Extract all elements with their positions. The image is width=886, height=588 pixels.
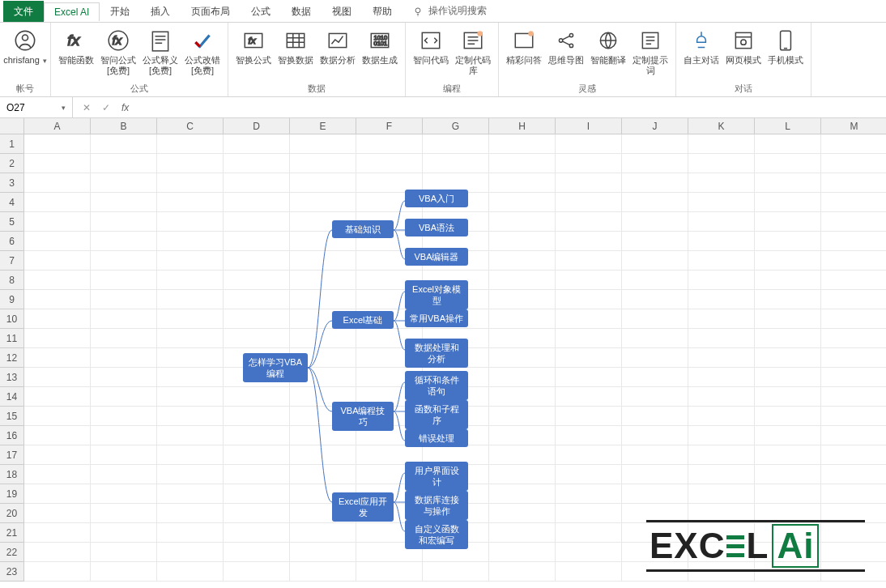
cell[interactable]	[24, 154, 91, 173]
cell[interactable]	[556, 212, 622, 232]
mindmap-node[interactable]: 常用VBA操作	[405, 309, 468, 327]
row-header-15[interactable]: 15	[0, 407, 24, 426]
cell[interactable]	[157, 543, 224, 562]
cell[interactable]	[489, 154, 556, 173]
cell[interactable]	[556, 309, 622, 329]
col-header-I[interactable]: I	[556, 118, 622, 134]
cell[interactable]	[556, 465, 622, 484]
ribbon-btn-网页模式[interactable]: 网页模式	[723, 26, 764, 67]
col-header-L[interactable]: L	[755, 118, 821, 134]
cell[interactable]	[821, 309, 886, 329]
cell[interactable]	[157, 348, 224, 368]
cell[interactable]	[556, 348, 622, 368]
mindmap-node[interactable]: Excel对象模型	[405, 280, 468, 309]
cell[interactable]	[821, 465, 886, 484]
cell[interactable]	[755, 212, 821, 232]
cell[interactable]	[821, 484, 886, 504]
row-header-12[interactable]: 12	[0, 348, 24, 368]
cell[interactable]	[489, 251, 556, 271]
cell[interactable]	[356, 562, 423, 582]
cell[interactable]	[821, 329, 886, 348]
cell[interactable]	[91, 368, 157, 387]
cell[interactable]	[688, 309, 755, 329]
cell[interactable]	[24, 232, 91, 251]
cell[interactable]	[556, 523, 622, 543]
row-header-6[interactable]: 6	[0, 232, 24, 251]
cell[interactable]	[489, 387, 556, 407]
cell[interactable]	[556, 368, 622, 387]
cell[interactable]	[157, 232, 224, 251]
cell[interactable]	[622, 309, 688, 329]
cell[interactable]	[688, 348, 755, 368]
cell[interactable]	[157, 271, 224, 290]
row-header-19[interactable]: 19	[0, 484, 24, 504]
tab-数据[interactable]: 数据	[281, 1, 322, 22]
cell[interactable]	[556, 387, 622, 407]
mindmap-diagram[interactable]: 怎样学习VBA编程VBA入门VBA语法VBA编辑器基础知识Excel对象模型常用…	[227, 183, 486, 539]
col-header-J[interactable]: J	[622, 118, 688, 134]
cell[interactable]	[688, 154, 755, 173]
row-header-11[interactable]: 11	[0, 329, 24, 348]
cell[interactable]	[821, 271, 886, 290]
name-box-dropdown-icon[interactable]: ▾	[62, 104, 66, 112]
cell[interactable]	[24, 523, 91, 543]
mindmap-node[interactable]: VBA入门	[405, 190, 468, 207]
row-header-14[interactable]: 14	[0, 387, 24, 407]
mindmap-node[interactable]: 函数和子程序	[405, 400, 468, 429]
row-header-4[interactable]: 4	[0, 193, 24, 212]
cell[interactable]	[622, 134, 688, 154]
cell[interactable]	[821, 348, 886, 368]
col-header-M[interactable]: M	[821, 118, 886, 134]
cell[interactable]	[224, 134, 290, 154]
cell[interactable]	[91, 193, 157, 212]
cell[interactable]	[489, 134, 556, 154]
cell[interactable]	[688, 134, 755, 154]
col-header-F[interactable]: F	[356, 118, 423, 134]
cell[interactable]	[556, 173, 622, 193]
cell[interactable]	[356, 134, 423, 154]
cell[interactable]	[622, 329, 688, 348]
mindmap-node[interactable]: VBA编辑器	[405, 248, 468, 266]
cell[interactable]	[622, 290, 688, 309]
cell[interactable]	[24, 543, 91, 562]
cell[interactable]	[688, 465, 755, 484]
cell[interactable]	[821, 154, 886, 173]
cell[interactable]	[622, 271, 688, 290]
row-header-1[interactable]: 1	[0, 134, 24, 154]
cell[interactable]	[622, 465, 688, 484]
row-header-5[interactable]: 5	[0, 212, 24, 232]
ribbon-btn-精彩问答[interactable]: 精彩问答	[504, 26, 544, 78]
col-header-B[interactable]: B	[91, 118, 157, 134]
name-box-input[interactable]	[6, 102, 55, 113]
mindmap-node[interactable]: VBA编程技巧	[332, 402, 394, 431]
mindmap-node[interactable]: 错误处理	[405, 429, 468, 447]
cell[interactable]	[24, 173, 91, 193]
cell[interactable]	[688, 193, 755, 212]
ribbon-btn-自主对话[interactable]: 自主对话	[681, 26, 722, 67]
cell[interactable]	[556, 134, 622, 154]
cell[interactable]	[489, 484, 556, 504]
cell[interactable]	[688, 407, 755, 426]
cell[interactable]	[556, 426, 622, 445]
cell[interactable]	[24, 465, 91, 484]
cell[interactable]	[821, 426, 886, 445]
cell[interactable]	[821, 368, 886, 387]
cell[interactable]	[622, 251, 688, 271]
cell[interactable]	[755, 387, 821, 407]
cell[interactable]	[755, 484, 821, 504]
cell[interactable]	[157, 504, 224, 523]
cell[interactable]	[224, 543, 290, 562]
cell[interactable]	[755, 232, 821, 251]
cell[interactable]	[821, 134, 886, 154]
ribbon-btn-智换公式[interactable]: fx智换公式	[233, 26, 274, 67]
cell[interactable]	[489, 173, 556, 193]
cell[interactable]	[24, 134, 91, 154]
cell[interactable]	[157, 212, 224, 232]
cell[interactable]	[622, 368, 688, 387]
cell[interactable]	[91, 134, 157, 154]
formula-input[interactable]	[138, 97, 886, 117]
cell[interactable]	[91, 484, 157, 504]
ribbon-btn-手机模式[interactable]: 手机模式	[765, 26, 806, 67]
cell[interactable]	[91, 271, 157, 290]
ribbon-btn-定制代码库[interactable]: 定制代码库	[453, 26, 493, 78]
